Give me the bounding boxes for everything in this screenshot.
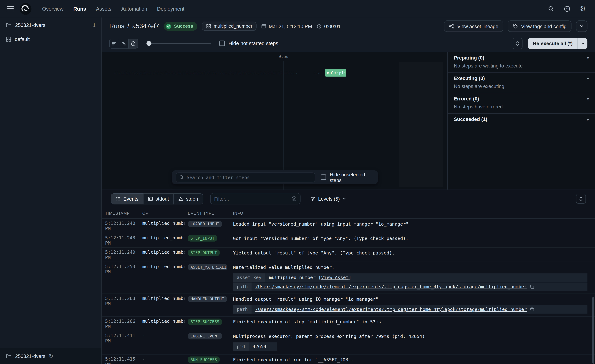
tab-label: stderr — [186, 196, 199, 202]
metadata-label: asset_key — [233, 273, 265, 282]
copy-icon[interactable] — [530, 307, 534, 312]
step-section-body: No steps are waiting to execute — [448, 63, 595, 72]
copy-icon[interactable] — [530, 284, 534, 289]
zoom-slider[interactable] — [147, 43, 211, 44]
help-icon[interactable]: ? — [561, 3, 572, 14]
nav-automation[interactable]: Automation — [121, 6, 147, 12]
dagster-logo[interactable] — [20, 3, 31, 14]
view-tags-config-label: View tags and config — [521, 23, 567, 29]
log-filter-box[interactable] — [210, 193, 301, 204]
log-tabs: Events stdout stderr — [111, 193, 204, 204]
step-section-title: Succeeded (1) — [454, 116, 487, 122]
nav-runs[interactable]: Runs — [73, 6, 86, 12]
event-timestamp[interactable]: 5:12:11.249 PM — [102, 250, 139, 260]
gear-icon[interactable]: ⚙ — [577, 3, 588, 14]
gantt-dashed-step[interactable] — [115, 72, 297, 74]
tab-events[interactable]: Events — [111, 193, 143, 204]
tab-stdout[interactable]: stdout — [143, 193, 174, 204]
run-actions-dropdown-button[interactable] — [576, 21, 588, 32]
path-link[interactable]: /Users/smackesey/stm/code/elementl/exper… — [255, 283, 527, 290]
event-timestamp[interactable]: 5:12:11.243 PM — [102, 235, 139, 246]
column-event-type: EVENT TYPE — [184, 210, 230, 215]
step-section-header[interactable]: Errored (0) ▾ — [448, 93, 595, 104]
nav-overview[interactable]: Overview — [42, 6, 64, 12]
run-timestamp-value: Mar 21, 5:12:10 PM — [269, 23, 312, 29]
sidebar-item-default[interactable]: default — [0, 33, 101, 46]
levels-label: Levels (5) — [318, 196, 340, 202]
event-type-cell: STEP_SUCCESS — [184, 319, 230, 326]
run-id: a5347ef7 — [132, 22, 159, 30]
event-type-cell: STEP_OUTPUT — [184, 250, 230, 257]
metadata-value: /Users/smackesey/stm/code/elementl/exper… — [252, 282, 587, 291]
up-down-chevrons-icon — [579, 196, 583, 201]
hide-unselected-checkbox[interactable]: Hide unselected steps — [321, 172, 374, 183]
view-asset-lineage-button[interactable]: View asset lineage — [444, 21, 503, 32]
checkbox-box[interactable] — [219, 41, 225, 46]
warning-icon — [178, 196, 183, 201]
view-asset-link[interactable]: View Asset — [321, 274, 348, 281]
event-timestamp[interactable]: 5:12:11.411 PM — [102, 333, 139, 343]
event-log-row: 5:12:11.263 PM multiplied_number HANDLED… — [102, 294, 595, 317]
event-log-row: 5:12:11.411 PM - ENGINE_EVENT Multiproce… — [102, 331, 595, 355]
event-type-cell: STEP_INPUT — [184, 235, 230, 243]
event-info-text: Multiprocess executor: parent process ex… — [233, 333, 587, 340]
step-search-box[interactable] — [176, 172, 315, 182]
view-tags-config-button[interactable]: View tags and config — [508, 21, 571, 32]
step-section-header[interactable]: Preparing (0) ▾ — [448, 52, 595, 63]
reexecute-all-button[interactable]: Re-execute all (*) — [528, 38, 577, 49]
event-op: multiplied_number — [139, 235, 184, 240]
event-type-chip: LOADED_INPUT — [188, 221, 222, 227]
run-timestamp: Mar 21, 5:12:10 PM — [261, 23, 312, 29]
gantt-step-box[interactable]: multipli… — [325, 69, 346, 77]
panel-expand-button[interactable] — [513, 38, 523, 49]
job-chip[interactable]: multiplied_number — [202, 21, 256, 31]
event-timestamp[interactable]: 5:12:11.263 PM — [102, 296, 139, 306]
zoom-slider-knob[interactable] — [147, 41, 151, 46]
event-timestamp[interactable]: 5:12:11.253 PM — [102, 264, 139, 274]
log-expand-button[interactable] — [576, 194, 586, 203]
event-log-row: 5:12:11.415 PM - RUN_SUCCESS Finished ex… — [102, 355, 595, 364]
menu-icon[interactable] — [5, 4, 15, 14]
chevron-down-icon: ▾ — [587, 97, 589, 101]
hide-not-started-checkbox[interactable]: Hide not started steps — [219, 41, 278, 46]
gantt-toolbar: Hide not started steps Re-execute all (*… — [102, 35, 595, 52]
event-info-text: Finished execution of run for "__ASSET_J… — [233, 357, 587, 363]
search-icon[interactable] — [545, 3, 556, 14]
sidebar-item-repo[interactable]: 250321-dvers 1 — [0, 17, 101, 33]
event-type-cell: HANDLED_OUTPUT — [184, 296, 230, 303]
path-link[interactable]: /Users/smackesey/stm/code/elementl/exper… — [255, 306, 527, 313]
timed-view-icon[interactable] — [128, 38, 138, 48]
reload-icon[interactable]: ↻ — [49, 353, 53, 359]
clear-filter-icon[interactable] — [291, 196, 297, 201]
breadcrumb-runs-link[interactable]: Runs — [109, 22, 124, 30]
event-info-text: Yielded output "result" of type "Any". (… — [233, 250, 587, 256]
event-op: multiplied_number — [139, 250, 184, 255]
levels-dropdown-button[interactable]: Levels (5) — [307, 193, 350, 204]
step-section-header[interactable]: Executing (0) ▾ — [448, 73, 595, 84]
metadata-label: pid — [233, 343, 249, 351]
vertical-scrollbar-thumb[interactable] — [592, 297, 594, 364]
log-filter-input[interactable] — [214, 196, 289, 202]
hide-unselected-label: Hide unselected steps — [330, 172, 374, 183]
event-info-text: Finished execution of step "multiplied_n… — [233, 319, 587, 325]
event-timestamp[interactable]: 5:12:11.240 PM — [102, 221, 139, 231]
breadcrumb: Runs / a5347ef7 — [109, 22, 159, 30]
tab-stderr[interactable]: stderr — [174, 193, 204, 204]
event-table-body: 5:12:11.240 PM multiplied_number LOADED_… — [102, 219, 595, 364]
reexecute-dropdown-button[interactable] — [577, 38, 587, 49]
nav-deployment[interactable]: Deployment — [157, 6, 184, 12]
step-search-input[interactable] — [187, 175, 312, 180]
flat-view-icon[interactable] — [109, 38, 119, 48]
event-metadata: path/Users/smackesey/stm/code/elementl/e… — [233, 305, 587, 314]
step-section-header[interactable]: Succeeded (1) ▸ — [448, 114, 595, 124]
nav-assets[interactable]: Assets — [96, 6, 111, 12]
checkbox-box[interactable] — [321, 175, 326, 180]
sidebar-footer[interactable]: 250321-dvers ↻ — [0, 348, 101, 364]
event-op: multiplied_number — [139, 296, 184, 301]
primary-nav: Overview Runs Assets Automation Deployme… — [42, 6, 184, 12]
gantt-overflow-band — [399, 62, 443, 187]
breadcrumb-separator: / — [128, 22, 129, 30]
waterfall-view-icon[interactable] — [119, 38, 129, 48]
event-timestamp[interactable]: 5:12:11.415 PM — [102, 357, 139, 364]
event-timestamp[interactable]: 5:12:11.266 PM — [102, 319, 139, 329]
